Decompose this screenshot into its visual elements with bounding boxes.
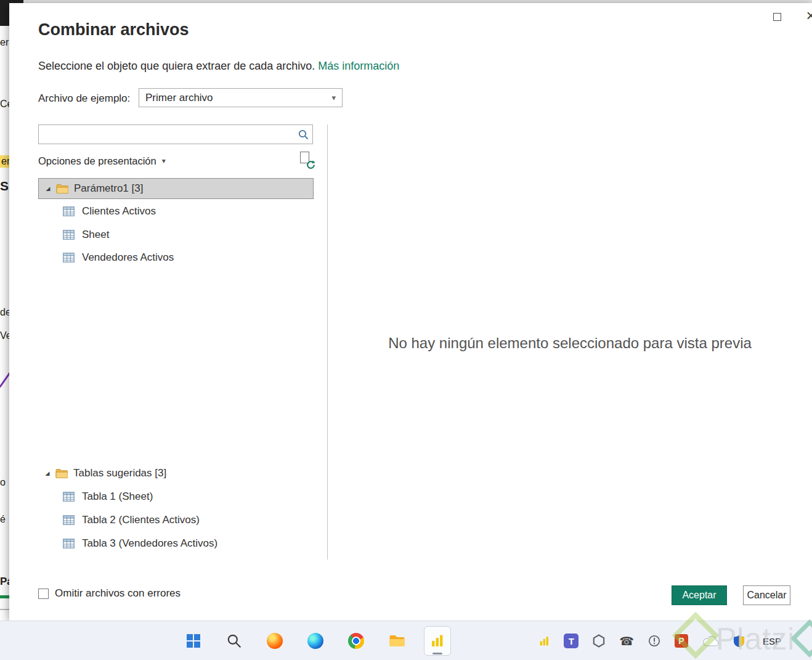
bg-fragment: Cer — [0, 99, 9, 110]
taskbar-tray: T ☎ P — [539, 621, 785, 660]
table-icon — [63, 492, 75, 502]
powerbi-icon — [431, 634, 444, 648]
search-input[interactable] — [39, 125, 291, 144]
accept-button[interactable]: Aceptar — [672, 585, 727, 605]
table-icon — [63, 539, 75, 548]
cancel-button[interactable]: Cancelar — [743, 585, 790, 605]
skip-errors-label: Omitir archivos con errores — [55, 587, 181, 600]
search-box — [38, 124, 313, 144]
start-button[interactable] — [180, 626, 207, 656]
empty-preview-message: No hay ningún elemento seleccionado para… — [328, 335, 812, 352]
bg-green-line — [0, 595, 9, 598]
tree-item-label: Tabla 3 (Vendedores Activos) — [82, 537, 217, 550]
chevron-down-icon: ▾ — [162, 157, 166, 165]
display-options-menu[interactable]: Opciones de presentación ▾ — [38, 153, 166, 169]
tree-item-label: Clientes Activos — [82, 205, 156, 218]
powerbi-tray-button[interactable] — [539, 636, 550, 646]
example-file-dropdown[interactable]: Primer archivo ▾ — [139, 88, 343, 107]
chevron-down-icon: ▾ — [331, 93, 336, 102]
windows-icon — [186, 634, 201, 648]
refresh-preview-button[interactable] — [299, 152, 315, 169]
background-app-strip: er Cer ent Si de Ve o é Pá — [0, 0, 9, 621]
tree-item-clientes-activos[interactable]: Clientes Activos — [38, 200, 314, 222]
tree-item-tabla-1[interactable]: Tabla 1 (Sheet) — [38, 486, 314, 508]
tree-expanded-icon[interactable]: ◢ — [44, 185, 52, 192]
subtitle-text: Seleccione el objeto que quiera extraer … — [38, 60, 315, 72]
tree-item-tabla-3[interactable]: Tabla 3 (Vendedores Activos) — [38, 532, 314, 555]
skip-errors-checkbox[interactable] — [38, 589, 49, 599]
bg-fragment: Si — [0, 179, 9, 194]
dialog-subtitle: Seleccione el objeto que quiera extraer … — [38, 60, 399, 73]
security-shield-icon[interactable] — [733, 635, 745, 648]
tree-item-tabla-2[interactable]: Tabla 2 (Clientes Activos) — [38, 509, 314, 531]
tree-item-vendedores-activos[interactable]: Vendedores Activos — [38, 246, 314, 269]
restore-button[interactable] — [769, 9, 785, 24]
search-icon — [226, 633, 242, 649]
tree-group-label: Tablas sugeridas [3] — [73, 467, 166, 479]
table-icon — [63, 515, 75, 525]
table-icon — [63, 230, 75, 240]
bg-fragment: er — [0, 37, 9, 48]
tree-group-label: Parámetro1 [3] — [74, 182, 143, 195]
close-button[interactable]: × — [798, 4, 812, 26]
bg-fragment: Ve — [0, 330, 9, 341]
tree-item-label: Vendedores Activos — [82, 251, 174, 264]
table-icon — [63, 206, 75, 216]
display-options-label: Opciones de presentación — [38, 155, 156, 167]
bg-gray-line — [0, 609, 9, 610]
bg-fragment: de — [0, 307, 9, 318]
phone-icon[interactable]: ☎ — [619, 634, 634, 648]
folder-icon — [389, 634, 405, 648]
powerbi-icon — [539, 636, 550, 646]
firefox-button[interactable] — [261, 626, 288, 656]
more-info-link[interactable]: Más información — [318, 60, 399, 72]
notification-icon[interactable] — [648, 635, 660, 647]
bg-fragment: o — [0, 477, 6, 488]
taskbar-center — [180, 626, 451, 656]
tree-expanded-icon[interactable]: ◢ — [43, 470, 52, 476]
folder-icon — [56, 184, 68, 194]
close-icon: × — [806, 6, 812, 25]
taskbar-search-button[interactable] — [221, 626, 248, 656]
screen: er Cer ent Si de Ve o é Pá × Combinar ar… — [0, 0, 812, 660]
powerpoint-icon[interactable]: P — [675, 634, 688, 648]
refresh-icon — [306, 160, 315, 169]
firefox-icon — [267, 633, 283, 649]
tree-item-label: Tabla 2 (Clientes Activos) — [82, 514, 200, 526]
powerbi-button[interactable] — [424, 626, 451, 656]
search-icon[interactable] — [298, 129, 309, 142]
chrome-icon — [348, 633, 364, 649]
bg-purple-stroke — [0, 369, 9, 388]
onedrive-cloud-icon[interactable] — [702, 635, 719, 647]
folder-icon — [55, 468, 68, 478]
combine-files-dialog: × Combinar archivos Seleccione el objeto… — [9, 3, 812, 621]
restore-icon — [773, 13, 781, 21]
bg-fragment: ent — [0, 155, 9, 168]
bg-fragment: é — [0, 514, 6, 525]
tree-group-parametro1[interactable]: ◢ Parámetro1 [3] — [38, 178, 314, 199]
chrome-button[interactable] — [343, 626, 370, 656]
tree-item-label: Sheet — [82, 229, 109, 241]
dialog-title: Combinar archivos — [38, 20, 189, 39]
teams-icon[interactable]: T — [564, 634, 579, 648]
hexagon-icon[interactable] — [593, 634, 605, 648]
edge-button[interactable] — [302, 626, 329, 656]
tree-item-sheet[interactable]: Sheet — [38, 224, 314, 246]
language-indicator[interactable]: ESP — [759, 634, 785, 649]
skip-errors-row: Omitir archivos con errores — [38, 587, 181, 600]
taskbar: T ☎ P — [0, 621, 812, 660]
tree-item-label: Tabla 1 (Sheet) — [82, 491, 153, 503]
bg-fragment: Pá — [0, 576, 9, 588]
edge-icon — [307, 633, 323, 649]
tree-group-tablas-sugeridas[interactable]: ◢ Tablas sugeridas [3] — [38, 463, 314, 484]
example-file-value: Primer archivo — [145, 92, 213, 104]
file-explorer-button[interactable] — [383, 626, 410, 656]
example-file-label: Archivo de ejemplo: — [38, 89, 130, 108]
table-icon — [63, 253, 75, 263]
